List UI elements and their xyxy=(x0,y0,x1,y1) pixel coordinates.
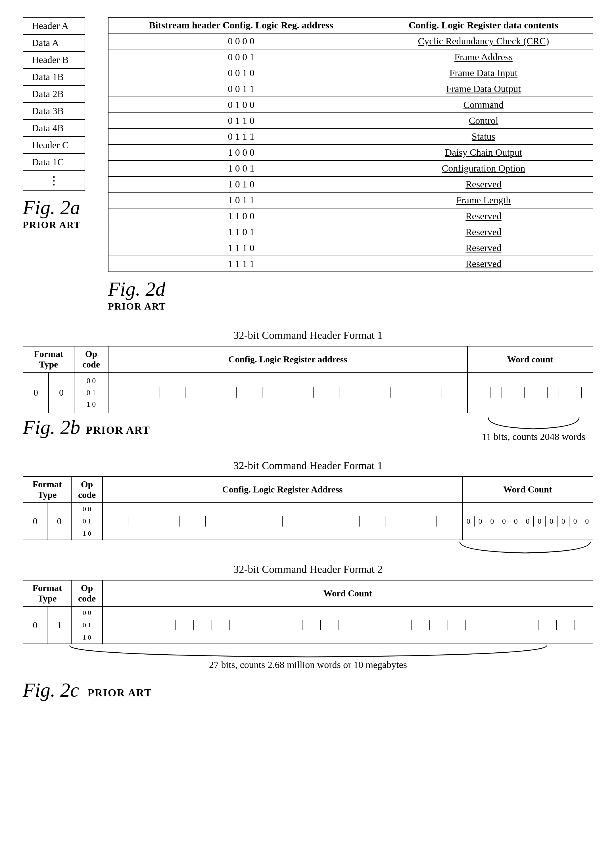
fig2c-prior-art: PRIOR ART xyxy=(88,686,152,699)
fig2c-f1-table: FormatType Opcode Config. Logic Register… xyxy=(23,476,593,541)
bit-cell xyxy=(263,387,288,397)
fig2d-data-cell: Frame Data Output xyxy=(374,81,593,97)
fig2c-f2-col-wc: Word Count xyxy=(103,580,593,606)
fig2a-row: Header B xyxy=(23,51,85,68)
fig2a-row: Header C xyxy=(23,137,85,154)
bit-cell xyxy=(557,620,575,630)
fig2b-label: Fig. 2b xyxy=(23,416,80,439)
bit-cell xyxy=(180,516,205,527)
fig2d-addr-cell: 1 0 0 0 xyxy=(108,145,374,160)
bit-cell: 0 xyxy=(522,516,534,527)
bit-cell xyxy=(412,620,430,630)
fig2c-label: Fig. 2c xyxy=(23,679,79,701)
fig2a-row: Data 3B xyxy=(23,103,85,119)
bit-cell xyxy=(205,516,231,527)
fig2c-caption-area: Fig. 2c PRIOR ART xyxy=(23,679,593,701)
bit-cell xyxy=(468,387,479,397)
bit-cell xyxy=(416,387,442,397)
fig2c-f2-col-format: FormatType xyxy=(23,580,71,606)
bit-cell: 0 xyxy=(557,516,569,527)
bit-cell xyxy=(175,620,194,630)
fig2c-f1-brace-row xyxy=(23,540,593,554)
fig2d-addr-cell: 0 0 1 0 xyxy=(108,65,374,81)
fig2d-data-cell: Daisy Chain Output xyxy=(374,145,593,160)
fig2d-addr-cell: 1 0 0 1 xyxy=(108,160,374,176)
fig2c-format2: 32-bit Command Header Format 2 FormatTyp… xyxy=(23,563,593,670)
bit-cell xyxy=(448,620,466,630)
bit-cell xyxy=(284,620,302,630)
fig2d-label: Fig. 2d xyxy=(108,278,166,301)
bit-cell xyxy=(430,620,448,630)
fig2b-bit0: 0 xyxy=(23,372,48,413)
fig2a-row: Header A xyxy=(23,17,85,34)
fig2d-data-cell: Frame Address xyxy=(374,49,593,65)
fig2a-prior-art: PRIOR ART xyxy=(23,219,81,230)
fig2b-bit1: 0 xyxy=(48,372,74,413)
fig2c-f1-clr-bits xyxy=(103,503,462,540)
bit-cell xyxy=(548,387,559,397)
fig2a-row: Data A xyxy=(23,34,85,51)
fig2d-data-cell: Command xyxy=(374,97,593,113)
bit-cell xyxy=(502,620,520,630)
fig2c-f2-title: 32-bit Command Header Format 2 xyxy=(23,563,593,576)
bit-cell xyxy=(121,620,139,630)
bit-cell xyxy=(266,620,284,630)
bit-cell xyxy=(288,387,314,397)
fig2d-data-cell: Status xyxy=(374,128,593,145)
bit-cell xyxy=(103,620,121,630)
bit-cell xyxy=(157,620,175,630)
fig2d-prior-art: PRIOR ART xyxy=(108,301,166,312)
bit-cell xyxy=(411,516,436,527)
bit-cell xyxy=(186,387,211,397)
bit-cell xyxy=(479,387,491,397)
fig2d-data-cell: Reserved xyxy=(374,256,593,272)
bit-cell xyxy=(257,516,282,527)
fig2c-brace-note: 27 bits, counts 2.68 million words or 10… xyxy=(23,659,593,670)
fig2b-col-opcode: Opcode xyxy=(74,346,108,372)
fig2c-f2-col-opcode: Opcode xyxy=(71,580,103,606)
fig2c-f1-bit0: 0 xyxy=(23,503,47,540)
bit-cell xyxy=(248,620,266,630)
bit-cell xyxy=(525,387,536,397)
fig2a-row: Data 2B xyxy=(23,86,85,103)
bit-cell xyxy=(570,387,582,397)
bit-cell xyxy=(536,387,548,397)
bit-cell xyxy=(154,516,180,527)
fig2a-label: Fig. 2a xyxy=(23,196,80,219)
fig2a-table: Header AData AHeader BData 1BData 2BData… xyxy=(23,17,85,190)
fig2d-addr-cell: 1 1 0 1 xyxy=(108,224,374,240)
bit-cell: 0 xyxy=(510,516,522,527)
bit-cell xyxy=(282,516,308,527)
fig2b-col-clr: Config. Logic Register address xyxy=(108,346,468,372)
fig2d-col1-header: Bitstream header Config. Logic Reg. addr… xyxy=(108,17,374,33)
fig2d-addr-cell: 1 0 1 1 xyxy=(108,192,374,208)
fig2d-addr-cell: 0 1 1 0 xyxy=(108,113,374,128)
fig2b-wc-bits xyxy=(468,372,593,413)
bit-cell xyxy=(385,516,411,527)
fig2d-addr-cell: 0 1 1 1 xyxy=(108,128,374,145)
bit-cell xyxy=(582,387,593,397)
bit-cell xyxy=(375,620,393,630)
bit-cell: 0 xyxy=(486,516,498,527)
bit-cell xyxy=(393,620,412,630)
bit-cell xyxy=(484,620,502,630)
fig2a-dots: ⋮ xyxy=(23,171,85,190)
bit-cell: 0 xyxy=(581,516,593,527)
fig2d-data-cell: Configuration Option xyxy=(374,160,593,176)
fig2c-f1-wc-bits: 00000000000 xyxy=(462,503,593,540)
fig2d-addr-cell: 0 1 0 0 xyxy=(108,97,374,113)
fig2c-f2-opbits: 0 00 11 0 xyxy=(71,606,103,644)
fig2c-f1-opbits: 0 00 11 0 xyxy=(71,503,103,540)
fig2b-brace-svg xyxy=(485,416,582,430)
fig2b-prior-art: PRIOR ART xyxy=(86,424,150,436)
fig2d-addr-cell: 0 0 0 1 xyxy=(108,49,374,65)
bit-cell: 0 xyxy=(498,516,510,527)
fig2d-table: Bitstream header Config. Logic Reg. addr… xyxy=(108,17,593,272)
fig2b-clr-bits xyxy=(108,372,468,413)
fig2c-f2-brace-row xyxy=(23,644,593,658)
bit-cell xyxy=(365,387,391,397)
fig2a-container: Header AData AHeader BData 1BData 2BData… xyxy=(23,17,85,230)
fig2c-f2-wc-bits xyxy=(103,606,593,644)
bit-cell xyxy=(128,516,154,527)
bit-cell xyxy=(134,387,160,397)
